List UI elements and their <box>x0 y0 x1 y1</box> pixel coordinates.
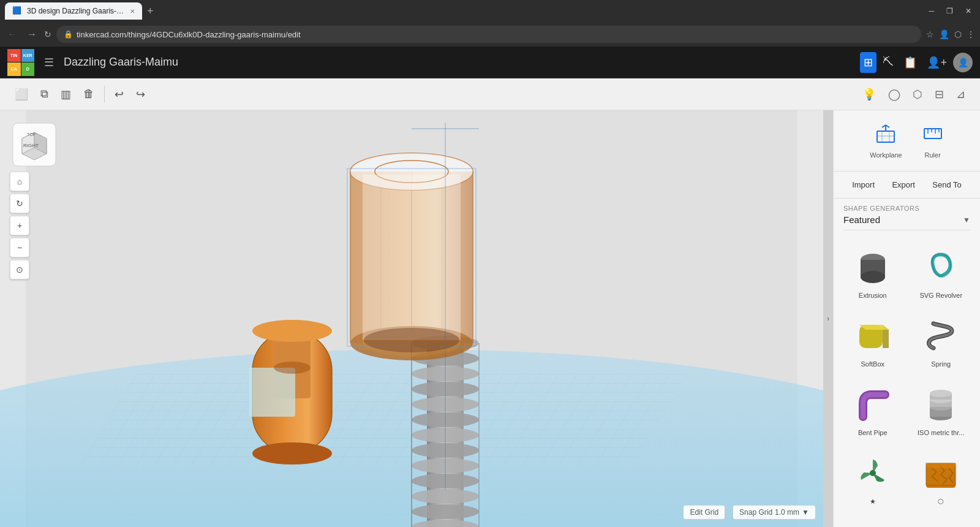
top-action-buttons: Import Export Send To <box>834 172 980 199</box>
back-button[interactable]: ← <box>5 26 20 42</box>
snap-grid-label: Snap Grid <box>739 508 772 517</box>
shape-bent-pipe[interactable]: Bent Pipe <box>839 375 907 444</box>
svg-point-7 <box>252 320 332 342</box>
snap-button[interactable]: ◯ <box>883 84 905 105</box>
project-title: Dazzling Gaaris-Maimu <box>64 56 853 69</box>
fit-view-button[interactable]: ⊙ <box>10 260 29 279</box>
svg-rect-44 <box>363 175 461 340</box>
duplicate-button[interactable]: ⧉ <box>36 84 53 104</box>
sg-category-dropdown[interactable]: Featured ▼ <box>843 212 970 230</box>
bookmark-icon[interactable]: ☆ <box>926 29 934 39</box>
shape-generators-panel: Shape Generators Featured ▼ <box>834 199 980 527</box>
shape-iso-thread[interactable]: ISO metric thr... <box>907 375 976 444</box>
spring-label: Spring <box>931 360 951 368</box>
reload-button[interactable]: ↻ <box>44 29 51 39</box>
bent-pipe-thumbnail <box>851 382 895 427</box>
svg-rect-2 <box>81 374 687 466</box>
profile-icon[interactable]: 👤 <box>939 29 949 39</box>
extensions-icon[interactable]: ⬡ <box>954 29 962 39</box>
window-controls: ─ ❐ ✕ <box>925 6 975 17</box>
hamburger-button[interactable]: ☰ <box>42 53 56 72</box>
undo-button[interactable]: ↩ <box>110 84 129 105</box>
new-button[interactable]: ⬜ <box>10 84 33 105</box>
close-button[interactable]: ✕ <box>962 6 975 17</box>
pickaxe-button[interactable]: ⛏ <box>879 52 897 72</box>
toolbar: ⬜ ⧉ ▥ 🗑 ↩ ↪ 💡 ◯ ⬡ ⊟ ⊿ <box>0 78 980 110</box>
iso-thread-label: ISO metric thr... <box>918 429 964 436</box>
grid-view-button[interactable]: ⊞ <box>860 52 876 73</box>
svg-point-24 <box>412 504 479 519</box>
logo-cell-tin: TIN <box>7 49 21 63</box>
tab-title: 3D design Dazzling Gaaris-Maim... <box>27 7 125 15</box>
tab-close-button[interactable]: ✕ <box>130 8 135 15</box>
orbit-button[interactable]: ↻ <box>10 194 29 213</box>
3d-scene <box>0 110 823 527</box>
forward-button[interactable]: → <box>24 26 39 42</box>
address-actions: ☆ 👤 ⬡ ⋮ <box>926 29 975 39</box>
light-button[interactable]: 💡 <box>858 84 881 105</box>
shape-softbox[interactable]: SoftBox <box>839 306 907 375</box>
extrusion-thumbnail <box>851 245 895 289</box>
svg-point-78 <box>930 390 952 397</box>
minimize-button[interactable]: ─ <box>925 6 938 17</box>
delete-button[interactable]: 🗑 <box>78 84 99 104</box>
svg-point-8 <box>252 442 332 464</box>
send-to-button[interactable]: Send To <box>925 176 968 193</box>
browser-chrome: 🟦 3D design Dazzling Gaaris-Maim... ✕ + … <box>0 0 980 22</box>
new-tab-button[interactable]: + <box>145 5 156 18</box>
board-button[interactable]: 📋 <box>900 52 921 73</box>
shape-svg-revolver[interactable]: SVG Revolver <box>907 238 976 306</box>
zoom-in-button[interactable]: + <box>10 216 29 235</box>
shape-star[interactable]: ★ <box>839 444 907 513</box>
add-user-button[interactable]: 👤+ <box>923 52 951 73</box>
view-cube[interactable]: RIGHT TOP <box>10 120 59 172</box>
ruler-label: Ruler <box>925 151 941 159</box>
collapse-panel-handle[interactable]: › <box>823 110 833 527</box>
lock-icon: 🔒 <box>64 30 73 39</box>
sg-title: Shape Generators <box>843 205 970 212</box>
viewport-bottom: Edit Grid Snap Grid 1.0 mm ▼ <box>683 505 816 520</box>
shape-extrusion[interactable]: Extrusion <box>839 238 907 306</box>
softbox-thumbnail <box>851 314 895 358</box>
bent-pipe-label: Bent Pipe <box>858 429 888 436</box>
svg-revolver-thumbnail <box>919 245 963 289</box>
header-actions: ⊞ ⛏ 📋 👤+ 👤 <box>860 52 973 73</box>
import-button[interactable]: Import <box>845 176 882 193</box>
workplane-label: Workplane <box>870 151 902 159</box>
logo-cell-ca: CA <box>7 63 21 76</box>
shape-terrain[interactable]: ⬡ <box>907 444 976 513</box>
snap-grid-value: 1.0 mm <box>775 508 799 517</box>
grid-button[interactable]: ⬡ <box>908 84 927 105</box>
active-tab[interactable]: 🟦 3D design Dazzling Gaaris-Maim... ✕ <box>5 2 142 20</box>
viewport[interactable]: RIGHT TOP ⌂ ↻ + − ⊙ Edit Grid Snap Grid … <box>0 110 823 527</box>
address-text: tinkercad.com/things/4GDCu6xlk0D-dazzlin… <box>77 30 301 39</box>
mirror-button[interactable]: ⊿ <box>951 84 970 105</box>
sg-dropdown-arrow-icon: ▼ <box>963 216 970 224</box>
sg-header: Shape Generators Featured ▼ <box>834 199 980 238</box>
spring-thumbnail <box>919 314 963 358</box>
snap-grid-arrow[interactable]: ▼ <box>802 508 809 517</box>
copy-button[interactable]: ▥ <box>56 84 76 105</box>
svg-text:TOP: TOP <box>27 132 36 137</box>
ruler-button[interactable]: Ruler <box>917 118 949 164</box>
address-bar[interactable]: 🔒 tinkercad.com/things/4GDCu6xlk0D-dazzl… <box>56 26 921 43</box>
zoom-out-button[interactable]: − <box>10 238 29 257</box>
redo-button[interactable]: ↪ <box>131 84 150 105</box>
tinkercad-logo: TIN KER CA D <box>7 49 34 76</box>
home-view-button[interactable]: ⌂ <box>10 172 29 191</box>
workplane-icon <box>875 123 897 149</box>
workplane-button[interactable]: Workplane <box>865 118 907 164</box>
shapes-grid: Extrusion SVG Revolver <box>834 238 980 513</box>
menu-icon[interactable]: ⋮ <box>967 29 975 39</box>
svg-point-79 <box>870 470 876 476</box>
logo-cell-ker: KER <box>21 49 35 63</box>
sg-category-label: Featured <box>843 214 880 225</box>
export-button[interactable]: Export <box>884 176 922 193</box>
shape-spring[interactable]: Spring <box>907 306 976 375</box>
edit-grid-button[interactable]: Edit Grid <box>683 505 725 520</box>
star-label: ★ <box>870 498 876 506</box>
align-button[interactable]: ⊟ <box>930 84 949 105</box>
avatar-button[interactable]: 👤 <box>953 53 973 72</box>
maximize-button[interactable]: ❐ <box>943 6 957 17</box>
svg-point-9 <box>274 362 311 374</box>
